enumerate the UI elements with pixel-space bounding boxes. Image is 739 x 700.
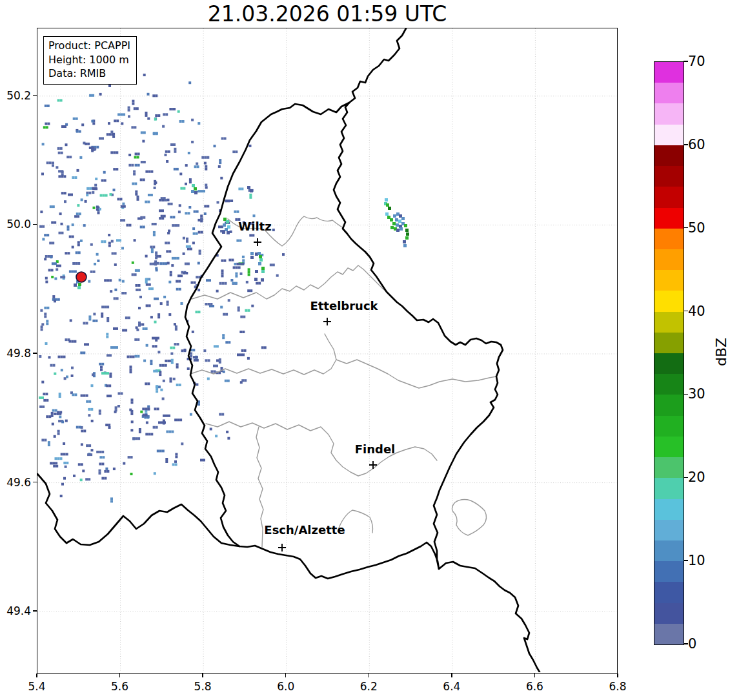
city-label: Findel bbox=[355, 442, 396, 456]
x-tick-mark bbox=[285, 674, 286, 677]
city-label: Ettelbruck bbox=[310, 299, 378, 313]
canton-borders bbox=[190, 216, 496, 547]
city-label: Esch/Alzette bbox=[264, 523, 345, 537]
country-borders bbox=[37, 28, 541, 672]
colorbar-tick-label: 40 bbox=[688, 303, 705, 320]
x-tick-mark bbox=[202, 674, 203, 677]
colorbar-segment bbox=[654, 499, 683, 520]
colorbar-tick-label: 50 bbox=[688, 220, 705, 236]
colorbar-segment bbox=[654, 561, 683, 582]
colorbar-segment bbox=[654, 603, 683, 624]
radar-map-canvas: WiltzEttelbruckFindelEsch/Alzette bbox=[37, 28, 616, 672]
colorbar-tick-label: 0 bbox=[688, 635, 696, 652]
border-france-germany bbox=[439, 562, 541, 672]
colorbar-segment bbox=[654, 270, 683, 291]
colorbar-segment bbox=[654, 582, 683, 603]
border-france-west bbox=[37, 474, 239, 546]
colorbar-segment bbox=[654, 374, 683, 395]
colorbar-tick-label: 60 bbox=[688, 136, 705, 153]
city-wiltz: Wiltz bbox=[238, 220, 271, 246]
radar-site-dot bbox=[76, 272, 86, 282]
colorbar-segment bbox=[654, 166, 683, 187]
city-findel: Findel bbox=[355, 442, 396, 469]
data-source-line: Data: RMIB bbox=[48, 67, 130, 81]
colorbar-segment bbox=[654, 478, 683, 499]
colorbar-tick-mark bbox=[683, 61, 688, 61]
colorbar-segment bbox=[654, 83, 683, 104]
canton-line bbox=[190, 334, 336, 375]
colorbar-tick-mark bbox=[683, 311, 688, 311]
canton-line bbox=[336, 360, 496, 388]
x-tick-label: 5.8 bbox=[182, 680, 223, 693]
colorbar-segment bbox=[654, 457, 683, 479]
colorbar-segment bbox=[654, 540, 683, 562]
product-info-box: Product: PCAPPI Height: 1000 m Data: RMI… bbox=[43, 36, 137, 85]
colorbar-segment bbox=[654, 312, 683, 333]
x-tick-mark bbox=[451, 674, 452, 677]
city-plus-marker bbox=[323, 318, 331, 325]
colorbar-tick-mark bbox=[683, 227, 688, 228]
height-line: Height: 1000 m bbox=[48, 53, 130, 67]
district-line-germany bbox=[452, 500, 487, 535]
x-tick-label: 6.6 bbox=[514, 680, 555, 693]
colorbar-segment bbox=[654, 103, 683, 125]
colorbar-segment bbox=[654, 353, 683, 375]
x-tick-mark bbox=[534, 674, 535, 677]
x-tick-mark bbox=[369, 674, 369, 677]
canton-line bbox=[256, 427, 263, 547]
y-tick-label: 49.8 bbox=[0, 346, 31, 360]
colorbar-tick-mark bbox=[683, 477, 688, 478]
canton-line bbox=[206, 422, 437, 476]
y-tick-mark bbox=[33, 224, 37, 225]
x-tick-label: 6.2 bbox=[348, 680, 389, 693]
x-tick-mark bbox=[119, 674, 120, 677]
radar-figure: 21.03.2026 01:59 UTC bbox=[0, 0, 739, 700]
y-tick-mark bbox=[33, 353, 37, 353]
colorbar-tick-label: 70 bbox=[688, 53, 705, 70]
colorbar-segment bbox=[654, 187, 683, 208]
colorbar-segment bbox=[654, 437, 683, 458]
city-plus-marker bbox=[278, 544, 286, 551]
product-line: Product: PCAPPI bbox=[48, 39, 130, 53]
y-tick-mark bbox=[33, 95, 37, 96]
city-ettelbruck: Ettelbruck bbox=[310, 299, 378, 325]
colorbar-segment bbox=[654, 62, 683, 83]
colorbar-segment bbox=[654, 125, 683, 146]
y-tick-label: 50.0 bbox=[0, 217, 31, 231]
colorbar-segment bbox=[654, 395, 683, 416]
city-plus-marker bbox=[369, 461, 377, 469]
gridlines bbox=[37, 28, 616, 672]
x-tick-label: 5.6 bbox=[99, 680, 141, 693]
colorbar-tick-mark bbox=[683, 643, 688, 644]
colorbar-segment bbox=[654, 333, 683, 354]
colorbar-segment bbox=[654, 624, 683, 645]
radar-clutter-pixels bbox=[39, 74, 285, 502]
radar-site-marker bbox=[76, 272, 86, 282]
x-tick-label: 6.4 bbox=[431, 680, 472, 693]
y-tick-label: 49.6 bbox=[0, 475, 31, 489]
y-tick-mark bbox=[33, 610, 37, 611]
y-tick-mark bbox=[33, 482, 37, 482]
colorbar-segment bbox=[654, 145, 683, 167]
colorbar-axis-label: dBZ bbox=[713, 338, 729, 366]
colorbar-segment bbox=[654, 208, 683, 229]
x-tick-label: 6.8 bbox=[597, 680, 638, 693]
colorbar-segment bbox=[654, 249, 683, 271]
x-tick-label: 5.4 bbox=[16, 680, 57, 693]
border-belgium-germany bbox=[349, 28, 406, 103]
colorbar-tick-label: 10 bbox=[688, 552, 705, 569]
colorbar bbox=[654, 61, 684, 645]
border-luxembourg bbox=[185, 103, 503, 579]
colorbar-segment bbox=[654, 416, 683, 437]
y-tick-label: 50.2 bbox=[0, 88, 31, 103]
city-esch-alzette: Esch/Alzette bbox=[264, 523, 345, 551]
map-plot-area: WiltzEttelbruckFindelEsch/Alzette bbox=[37, 28, 618, 674]
colorbar-tick-mark bbox=[683, 560, 688, 561]
colorbar-tick-label: 20 bbox=[688, 469, 705, 486]
figure-title: 21.03.2026 01:59 UTC bbox=[37, 3, 618, 26]
colorbar-segment bbox=[654, 291, 683, 312]
colorbar-tick-label: 30 bbox=[688, 386, 705, 402]
colorbar-segment bbox=[654, 229, 683, 250]
x-tick-label: 6.0 bbox=[265, 680, 307, 693]
city-label: Wiltz bbox=[238, 220, 271, 233]
